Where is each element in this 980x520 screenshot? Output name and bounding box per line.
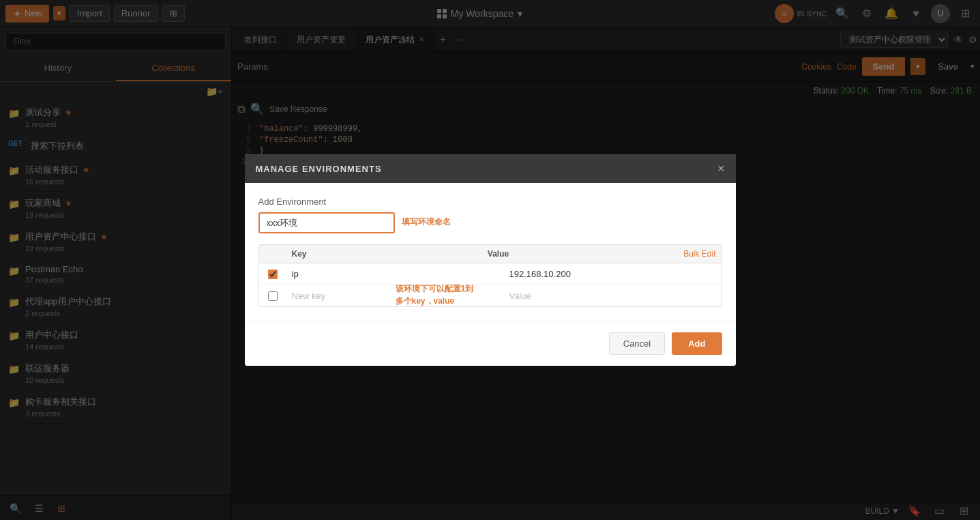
kv-col-value-header: Value	[482, 249, 678, 259]
cancel-button[interactable]: Cancel	[609, 332, 665, 355]
modal-footer: Cancel Add	[245, 321, 736, 366]
kv-col-key-header: Key	[286, 249, 482, 259]
kv-key: ip	[286, 266, 504, 282]
add-button[interactable]: Add	[672, 332, 722, 355]
env-name-area: 填写环境命名	[258, 212, 722, 233]
annotation-kv: 该环境下可以配置1到多个key，value	[396, 283, 474, 307]
annotation-name: 填写环境命名	[402, 216, 451, 228]
modal-close-btn[interactable]: ×	[717, 162, 725, 175]
add-env-label: Add Environment	[258, 197, 722, 207]
kv-new-value: Value	[504, 288, 722, 304]
kv-header: Key Value Bulk Edit	[259, 245, 722, 263]
kv-row: ip 192.168.10.200	[259, 263, 722, 285]
bulk-edit-btn[interactable]: Bulk Edit	[678, 249, 721, 259]
kv-new-row: New key Value 该环境下可以配置1到多个key，value	[259, 285, 722, 306]
kv-new-checkbox[interactable]	[268, 291, 278, 301]
kv-checkbox[interactable]	[268, 270, 278, 279]
modal-overlay[interactable]: MANAGE ENVIRONMENTS × Add Environment 填写…	[0, 0, 980, 520]
manage-environments-modal: MANAGE ENVIRONMENTS × Add Environment 填写…	[245, 154, 736, 366]
kv-table: Key Value Bulk Edit ip 192.168.10.200 Ne…	[258, 244, 722, 307]
env-name-input[interactable]	[258, 212, 395, 233]
modal-header: MANAGE ENVIRONMENTS ×	[245, 154, 736, 183]
modal-title: MANAGE ENVIRONMENTS	[256, 164, 382, 174]
modal-body: Add Environment 填写环境命名 Key Value Bulk Ed…	[245, 183, 736, 321]
kv-value: 192.168.10.200	[504, 266, 722, 282]
